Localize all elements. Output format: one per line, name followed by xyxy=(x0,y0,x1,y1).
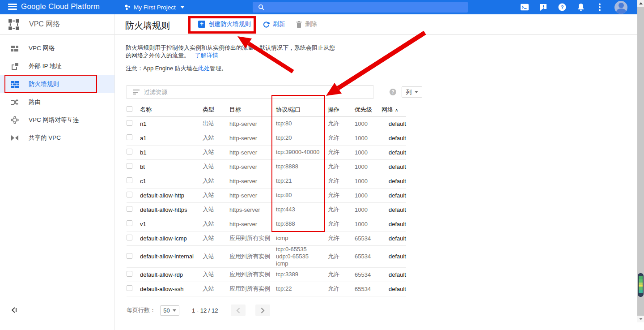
cell-name[interactable]: c1 xyxy=(140,174,203,188)
app-engine-firewall-link[interactable]: 此处 xyxy=(198,65,210,72)
scrollbar-up-button[interactable] xyxy=(637,0,644,7)
header-name[interactable]: 名称 xyxy=(140,103,203,116)
row-checkbox[interactable] xyxy=(127,220,132,226)
sidebar-item-vpc-peering[interactable]: VPC 网络对等互连 xyxy=(0,111,114,129)
cell-name[interactable]: default-allow-https xyxy=(140,202,203,217)
scrollbar-down-button[interactable] xyxy=(637,316,644,322)
cell-type: 入站 xyxy=(203,131,229,145)
row-checkbox[interactable] xyxy=(127,235,132,240)
row-checkbox[interactable] xyxy=(127,271,132,277)
table-row[interactable]: b1 入站 http-server tcp:39000-40000 允许 100… xyxy=(127,145,406,159)
table-row[interactable]: a1 入站 http-server tcp:20 允许 1000 default xyxy=(127,131,406,145)
more-vertical-icon[interactable] xyxy=(596,3,604,11)
cell-name[interactable]: v1 xyxy=(140,217,203,231)
delete-button-label: 删除 xyxy=(305,20,317,28)
cell-name[interactable]: n1 xyxy=(140,116,203,131)
header-priority[interactable]: 优先级 xyxy=(355,103,381,116)
cell-name[interactable]: bt xyxy=(140,159,203,174)
table-row[interactable]: default-allow-https 入站 https-server tcp:… xyxy=(127,202,406,217)
project-selector[interactable]: My First Project xyxy=(124,0,185,14)
cell-protocol: tcp:22 xyxy=(276,282,328,296)
row-checkbox[interactable] xyxy=(127,134,132,140)
sidebar-item-label: 外部 IP 地址 xyxy=(29,62,62,70)
table-row[interactable]: default-allow-ssh 入站 应用到所有实例 tcp:22 允许 6… xyxy=(127,282,406,296)
cell-target: http-server xyxy=(229,217,276,231)
feedback-icon[interactable] xyxy=(539,3,547,11)
product-logo[interactable]: Google Cloud Platform xyxy=(21,2,100,11)
sidebar-item-external-ip[interactable]: 外部 IP 地址 xyxy=(0,57,114,75)
cell-name[interactable]: default-allow-internal xyxy=(140,245,203,267)
header-type[interactable]: 类型 xyxy=(203,103,229,116)
search-input[interactable] xyxy=(253,2,468,13)
scrollbar-thumb[interactable] xyxy=(638,273,644,297)
delete-button[interactable]: 删除 xyxy=(296,20,317,28)
table-row[interactable]: n1 出站 http-server tcp:80 允许 1000 default xyxy=(127,116,406,131)
sidebar-item-vpc-networks[interactable]: VPC 网络 xyxy=(0,39,114,57)
cell-name[interactable]: default-allow-rdp xyxy=(140,267,203,282)
table-row[interactable]: default-allow-icmp 入站 应用到所有实例 icmp 允许 65… xyxy=(127,231,406,245)
page-range: 1 - 12 / 12 xyxy=(192,307,218,314)
create-firewall-rule-button[interactable]: + 创建防火墙规则 xyxy=(198,20,251,28)
sidebar-item-shared-vpc[interactable]: 共享的 VPC xyxy=(0,129,114,147)
rows-per-page-select[interactable]: 50 xyxy=(160,305,179,316)
notifications-bell-icon[interactable] xyxy=(577,3,585,11)
scrollbar-track[interactable] xyxy=(637,7,644,316)
header-network-sorted[interactable]: 网络∧ xyxy=(381,103,406,116)
filter-resources-input[interactable]: 过滤资源 xyxy=(127,85,373,99)
learn-more-link[interactable]: 了解详情 xyxy=(195,52,218,59)
sidebar-nav: VPC 网络 外部 IP 地址 防火墙规则 路由 xyxy=(0,35,114,147)
table-row[interactable]: v1 入站 http-server tcp:888 允许 1000 defaul… xyxy=(127,217,406,231)
cell-name[interactable]: default-allow-ssh xyxy=(140,282,203,296)
cell-type: 入站 xyxy=(203,145,229,159)
avatar[interactable] xyxy=(614,1,627,14)
cell-name[interactable]: default-allow-icmp xyxy=(140,231,203,245)
cell-name[interactable]: b1 xyxy=(140,145,203,159)
table-row[interactable]: bt 入站 http-server tcp:8888 允许 1000 defau… xyxy=(127,159,406,174)
sidebar: VPC 网络 VPC 网络 外部 IP 地址 防火墙规则 xyxy=(0,14,115,330)
cell-target: 应用到所有实例 xyxy=(229,231,276,245)
select-all-checkbox[interactable] xyxy=(127,106,132,112)
previous-page-button[interactable] xyxy=(231,304,246,316)
cell-protocol: tcp:80 xyxy=(276,188,328,202)
next-page-button[interactable] xyxy=(255,304,270,316)
filter-help-icon[interactable]: ? xyxy=(390,89,396,95)
row-checkbox[interactable] xyxy=(127,120,132,126)
header-target[interactable]: 目标 xyxy=(229,103,276,116)
cell-target: http-server xyxy=(229,131,276,145)
table-row[interactable]: default-allow-rdp 入站 应用到所有实例 tcp:3389 允许… xyxy=(127,267,406,282)
row-checkbox[interactable] xyxy=(127,177,132,183)
sidebar-item-firewall-rules[interactable]: 防火墙规则 xyxy=(0,75,114,93)
rows-per-page-label: 每页行数： xyxy=(127,306,156,314)
row-checkbox[interactable] xyxy=(127,253,132,259)
cell-network: default xyxy=(381,231,406,245)
cell-type: 入站 xyxy=(203,267,229,282)
row-checkbox[interactable] xyxy=(127,149,132,154)
header-protocol[interactable]: 协议/端口 xyxy=(276,103,328,116)
table-row[interactable]: default-allow-internal 入站 应用到所有实例 tcp:0-… xyxy=(127,245,406,267)
hamburger-menu-icon[interactable] xyxy=(8,4,17,11)
cell-target: 应用到所有实例 xyxy=(229,245,276,267)
cloud-shell-icon[interactable] xyxy=(521,3,529,11)
header-action[interactable]: 操作 xyxy=(328,103,355,116)
svg-text:?: ? xyxy=(561,4,564,10)
topbar-icon-group: ? xyxy=(521,0,627,14)
help-icon[interactable]: ? xyxy=(558,3,566,11)
sidebar-item-label: 路由 xyxy=(29,98,41,106)
row-checkbox[interactable] xyxy=(127,163,132,169)
refresh-icon xyxy=(263,21,270,28)
cell-target: http-server xyxy=(229,145,276,159)
cell-type: 入站 xyxy=(203,217,229,231)
row-checkbox[interactable] xyxy=(127,192,132,197)
cell-target: 应用到所有实例 xyxy=(229,282,276,296)
table-row[interactable]: c1 入站 http-server tcp:21 允许 1000 default xyxy=(127,174,406,188)
table-row[interactable]: default-allow-http 入站 http-server tcp:80… xyxy=(127,188,406,202)
cell-protocol: tcp:443 xyxy=(276,202,328,217)
row-checkbox[interactable] xyxy=(127,206,132,212)
collapse-sidebar-icon[interactable] xyxy=(11,307,17,315)
cell-name[interactable]: default-allow-http xyxy=(140,188,203,202)
columns-dropdown[interactable]: 列 xyxy=(402,86,422,98)
refresh-button[interactable]: 刷新 xyxy=(263,20,285,28)
cell-name[interactable]: a1 xyxy=(140,131,203,145)
sidebar-item-routes[interactable]: 路由 xyxy=(0,93,114,111)
row-checkbox[interactable] xyxy=(127,285,132,291)
